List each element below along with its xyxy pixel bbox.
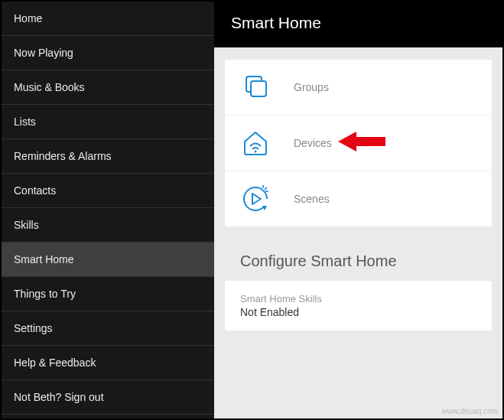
smart-home-skills-block[interactable]: Smart Home Skills Not Enabled [225, 281, 492, 330]
sidebar-item-label: Skills [14, 219, 39, 231]
sidebar-item-label: Lists [14, 116, 36, 128]
sidebar-item-label: Contacts [14, 184, 56, 197]
sidebar-item-home[interactable]: Home [2, 2, 214, 36]
sidebar-item-sign-out[interactable]: Not Beth? Sign out [2, 380, 214, 415]
tile-groups[interactable]: Groups [225, 60, 492, 115]
sidebar-item-skills[interactable]: Skills [2, 208, 214, 243]
sidebar-item-lists[interactable]: Lists [2, 105, 214, 139]
configure-section-title: Configure Smart Home [225, 239, 492, 281]
tile-label: Groups [294, 81, 329, 93]
tile-scenes[interactable]: Scenes [225, 171, 492, 226]
groups-icon [239, 70, 272, 104]
sidebar: Home Now Playing Music & Books Lists Rem… [2, 2, 214, 418]
page-title: Smart Home [231, 14, 321, 31]
tile-group: Groups Devices [225, 60, 492, 226]
svg-marker-3 [338, 132, 385, 151]
sidebar-item-label: Things to Try [14, 288, 76, 300]
sidebar-item-things-to-try[interactable]: Things to Try [2, 277, 214, 311]
sidebar-item-label: Help & Feedback [14, 357, 96, 369]
skills-value: Not Enabled [240, 306, 476, 318]
content-area: Groups Devices [214, 47, 502, 330]
tile-devices[interactable]: Devices [225, 115, 492, 171]
sidebar-item-label: Not Beth? Sign out [14, 391, 104, 403]
sidebar-item-music-books[interactable]: Music & Books [2, 70, 214, 105]
sidebar-item-settings[interactable]: Settings [2, 311, 214, 346]
sidebar-item-contacts[interactable]: Contacts [2, 174, 214, 208]
tile-label: Scenes [294, 193, 330, 205]
scenes-icon [239, 182, 272, 216]
callout-arrow-icon [338, 130, 385, 156]
page-header: Smart Home [214, 2, 502, 47]
sidebar-item-label: Now Playing [14, 47, 73, 59]
sidebar-item-help-feedback[interactable]: Help & Feedback [2, 346, 214, 380]
sidebar-item-label: Reminders & Alarms [14, 150, 112, 162]
sidebar-item-label: Settings [14, 322, 53, 334]
svg-rect-1 [251, 81, 266, 96]
svg-point-2 [255, 151, 257, 153]
sidebar-item-label: Home [14, 12, 42, 24]
main-content: Smart Home Groups [214, 2, 502, 418]
watermark: www.deuaq.com [442, 407, 498, 415]
sidebar-item-smart-home[interactable]: Smart Home [2, 243, 214, 277]
tile-label: Devices [294, 137, 332, 149]
svg-marker-5 [252, 194, 261, 204]
sidebar-item-now-playing[interactable]: Now Playing [2, 36, 214, 70]
sidebar-item-reminders-alarms[interactable]: Reminders & Alarms [2, 139, 214, 174]
skills-label: Smart Home Skills [240, 293, 476, 304]
devices-icon [239, 126, 272, 160]
sidebar-item-label: Smart Home [14, 253, 74, 265]
sidebar-item-label: Music & Books [14, 81, 85, 93]
